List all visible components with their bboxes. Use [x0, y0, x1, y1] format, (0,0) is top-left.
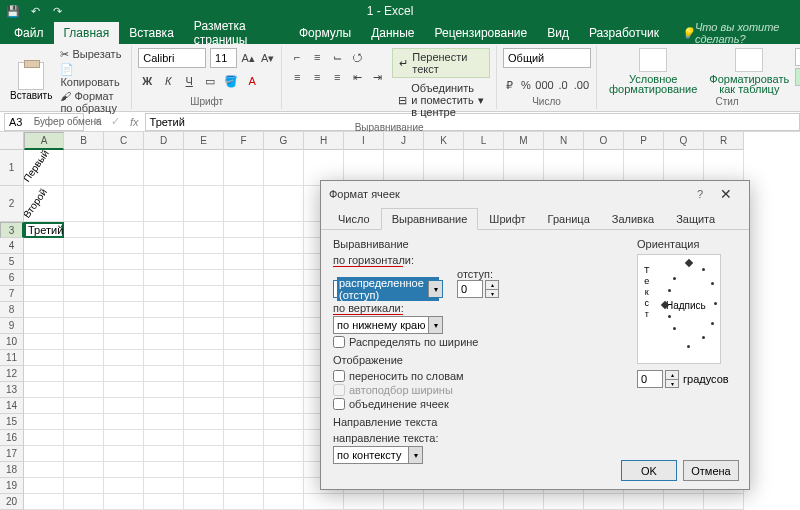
- close-icon[interactable]: ✕: [711, 186, 741, 202]
- inc-decimal-icon[interactable]: .0: [557, 76, 570, 94]
- font-size-select[interactable]: 11: [210, 48, 237, 68]
- row-header[interactable]: 18: [0, 462, 24, 478]
- align-bottom-icon[interactable]: ⌙: [328, 48, 346, 66]
- vertical-align-select[interactable]: по нижнему краю▾: [333, 316, 443, 334]
- dlg-tab-number[interactable]: Число: [327, 208, 381, 230]
- row-header[interactable]: 4: [0, 238, 24, 254]
- tab-developer[interactable]: Разработчик: [579, 22, 669, 44]
- select-all-corner[interactable]: [0, 132, 24, 150]
- conditional-format-button[interactable]: Условное форматирование: [603, 48, 703, 94]
- row-header[interactable]: 17: [0, 446, 24, 462]
- align-top-icon[interactable]: ⌐: [288, 48, 306, 66]
- tab-view[interactable]: Вид: [537, 22, 579, 44]
- format-painter-button[interactable]: 🖌 Формат по образцу: [60, 90, 125, 114]
- orientation-icon[interactable]: ⭯: [348, 48, 366, 66]
- row-header[interactable]: 3: [0, 222, 24, 238]
- row-header[interactable]: 20: [0, 494, 24, 510]
- orientation-control[interactable]: Текст Надпись: [637, 254, 721, 364]
- horizontal-align-select[interactable]: распределенное (отступ)▾: [333, 280, 443, 298]
- currency-icon[interactable]: ₽: [503, 76, 516, 94]
- tab-formulas[interactable]: Формулы: [289, 22, 361, 44]
- format-as-table-button[interactable]: Форматировать как таблицу: [703, 48, 795, 94]
- redo-icon[interactable]: ↷: [50, 4, 64, 18]
- tell-me[interactable]: 💡 Что вы хотите сделать?: [669, 22, 800, 44]
- increase-indent-icon[interactable]: ⇥: [368, 68, 386, 86]
- dlg-tab-alignment[interactable]: Выравнивание: [381, 208, 479, 230]
- row-header[interactable]: 6: [0, 270, 24, 286]
- col-header[interactable]: J: [384, 132, 424, 150]
- distribute-checkbox[interactable]: Распределять по ширине: [333, 336, 617, 348]
- increase-font-icon[interactable]: A▴: [241, 49, 256, 67]
- style-good[interactable]: Хороший: [795, 68, 800, 86]
- col-header[interactable]: F: [224, 132, 264, 150]
- col-header[interactable]: G: [264, 132, 304, 150]
- undo-icon[interactable]: ↶: [28, 4, 42, 18]
- row-header[interactable]: 8: [0, 302, 24, 318]
- decrease-indent-icon[interactable]: ⇤: [348, 68, 366, 86]
- text-direction-select[interactable]: по контексту▾: [333, 446, 423, 464]
- tab-home[interactable]: Главная: [54, 22, 120, 44]
- wrap-checkbox[interactable]: переносить по словам: [333, 370, 617, 382]
- row-header[interactable]: 1: [0, 150, 24, 186]
- degrees-spinner[interactable]: 0▴▾: [637, 370, 679, 388]
- wrap-text-button[interactable]: ↵Перенести текст: [392, 48, 490, 78]
- dlg-tab-protection[interactable]: Защита: [665, 208, 726, 230]
- underline-button[interactable]: Ч: [180, 72, 198, 90]
- col-header[interactable]: P: [624, 132, 664, 150]
- percent-icon[interactable]: %: [519, 76, 532, 94]
- merge-checkbox[interactable]: объединение ячеек: [333, 398, 617, 410]
- active-cell[interactable]: Третий: [24, 222, 64, 238]
- ok-button[interactable]: OK: [621, 460, 677, 481]
- col-header[interactable]: H: [304, 132, 344, 150]
- col-header[interactable]: D: [144, 132, 184, 150]
- dlg-tab-fill[interactable]: Заливка: [601, 208, 665, 230]
- cancel-button[interactable]: Отмена: [683, 460, 739, 481]
- help-button[interactable]: ?: [697, 188, 703, 200]
- style-normal[interactable]: Обычный: [795, 48, 800, 66]
- tab-data[interactable]: Данные: [361, 22, 424, 44]
- fx-icon[interactable]: fx: [130, 116, 139, 128]
- row-header[interactable]: 9: [0, 318, 24, 334]
- col-header[interactable]: Q: [664, 132, 704, 150]
- row-header[interactable]: 14: [0, 398, 24, 414]
- bold-button[interactable]: Ж: [138, 72, 156, 90]
- decrease-font-icon[interactable]: A▾: [260, 49, 275, 67]
- col-header[interactable]: K: [424, 132, 464, 150]
- dlg-tab-border[interactable]: Граница: [537, 208, 601, 230]
- font-name-select[interactable]: Calibri: [138, 48, 206, 68]
- row-header[interactable]: 16: [0, 430, 24, 446]
- merge-center-button[interactable]: ⊟Объединить и поместить в центре ▾: [392, 80, 490, 120]
- save-icon[interactable]: 💾: [6, 4, 20, 18]
- col-header[interactable]: A: [24, 132, 64, 150]
- indent-spinner[interactable]: 0▴▾: [457, 280, 499, 298]
- col-header[interactable]: E: [184, 132, 224, 150]
- paste-button[interactable]: Вставить: [10, 48, 52, 114]
- tab-layout[interactable]: Разметка страницы: [184, 22, 289, 44]
- number-format-select[interactable]: Общий: [503, 48, 591, 68]
- comma-icon[interactable]: 000: [536, 76, 554, 94]
- row-header[interactable]: 2: [0, 186, 24, 222]
- row-header[interactable]: 12: [0, 366, 24, 382]
- col-header[interactable]: N: [544, 132, 584, 150]
- fill-color-button[interactable]: 🪣: [222, 72, 240, 90]
- dec-decimal-icon[interactable]: .00: [573, 76, 590, 94]
- align-right-icon[interactable]: ≡: [328, 68, 346, 86]
- row-header[interactable]: 10: [0, 334, 24, 350]
- row-header[interactable]: 5: [0, 254, 24, 270]
- copy-button[interactable]: 📄 Копировать: [60, 63, 125, 88]
- row-header[interactable]: 19: [0, 478, 24, 494]
- dlg-tab-font[interactable]: Шрифт: [478, 208, 536, 230]
- col-header[interactable]: O: [584, 132, 624, 150]
- col-header[interactable]: I: [344, 132, 384, 150]
- col-header[interactable]: L: [464, 132, 504, 150]
- row-header[interactable]: 11: [0, 350, 24, 366]
- border-button[interactable]: ▭: [201, 72, 219, 90]
- row-header[interactable]: 7: [0, 286, 24, 302]
- align-left-icon[interactable]: ≡: [288, 68, 306, 86]
- col-header[interactable]: R: [704, 132, 744, 150]
- col-header[interactable]: B: [64, 132, 104, 150]
- italic-button[interactable]: К: [159, 72, 177, 90]
- dialog-titlebar[interactable]: Формат ячеек ? ✕: [321, 181, 749, 207]
- row-header[interactable]: 15: [0, 414, 24, 430]
- row-header[interactable]: 13: [0, 382, 24, 398]
